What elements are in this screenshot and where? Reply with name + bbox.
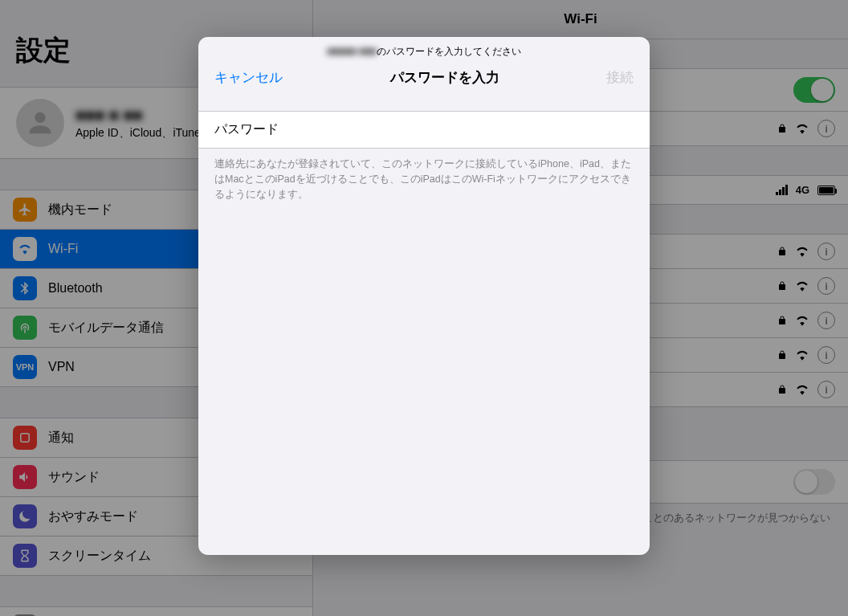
cancel-button[interactable]: キャンセル [214,68,283,87]
network-name-redacted: ■■■■■ ■■■ [327,46,376,57]
modal-header: キャンセル パスワードを入力 接続 [198,59,650,100]
modal-overlay[interactable]: ■■■■■ ■■■のパスワードを入力してください キャンセル パスワードを入力 … [0,0,848,616]
modal-hint: ■■■■■ ■■■のパスワードを入力してください [198,37,650,59]
join-button[interactable]: 接続 [606,68,634,87]
password-field-row[interactable]: パスワード [198,111,650,149]
password-label: パスワード [214,122,279,136]
password-modal: ■■■■■ ■■■のパスワードを入力してください キャンセル パスワードを入力 … [198,37,650,555]
modal-description: 連絡先にあなたが登録されていて、このネットワークに接続しているiPhone、iP… [198,149,650,210]
modal-title: パスワードを入力 [390,68,499,87]
